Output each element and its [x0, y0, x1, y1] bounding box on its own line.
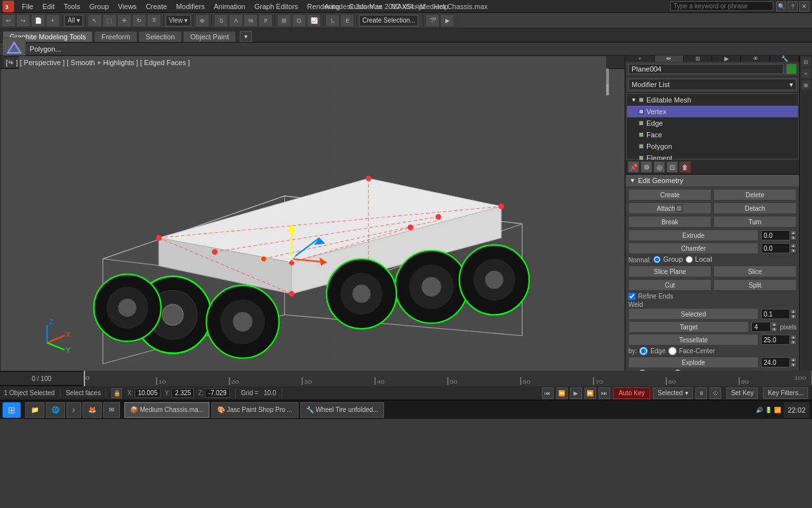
tab-object-paint[interactable]: Object Paint — [183, 31, 236, 42]
pivot-btn[interactable]: ⊕ — [195, 14, 209, 27]
slice-btn[interactable]: Slice — [713, 266, 797, 277]
stack-config-btn[interactable]: ⚙ — [641, 161, 652, 173]
scale-btn[interactable]: ⧖ — [147, 14, 161, 27]
curve-editor-btn[interactable]: 📈 — [307, 14, 321, 27]
tab-freeform[interactable]: Freeform — [94, 31, 137, 42]
selected-weld-up[interactable]: ▲ — [790, 309, 797, 314]
motion-tab[interactable]: ▶ — [712, 55, 741, 62]
lock-icon[interactable]: 🔒 — [111, 388, 122, 398]
chamfer-down[interactable]: ▼ — [790, 248, 797, 253]
selection-filter[interactable]: All ▾ — [64, 15, 83, 26]
hierarchy-tab[interactable]: ⊞ — [684, 55, 713, 62]
render-frame[interactable]: 🎬 — [425, 14, 440, 27]
autokey-btn[interactable]: Auto Key — [613, 387, 651, 399]
redo-btn[interactable]: ↪ — [16, 14, 30, 27]
tesse-face-radio[interactable] — [668, 347, 677, 355]
spinner-snap[interactable]: # — [258, 14, 273, 27]
stack-vertex[interactable]: Vertex — [627, 106, 798, 117]
split-btn[interactable]: Split — [713, 279, 797, 291]
align-btn[interactable]: ⊡ — [292, 14, 306, 27]
target-down[interactable]: ▼ — [771, 327, 777, 332]
mini-btn-2[interactable]: + — [801, 68, 811, 79]
tessellate-up[interactable]: ▲ — [790, 335, 797, 340]
menu-customize[interactable]: Customize — [345, 2, 386, 11]
taskbar-mail[interactable]: ✉ — [103, 402, 120, 418]
file-btn[interactable]: 📄 — [31, 14, 45, 27]
taskbar-paintshop[interactable]: 🎨 Jasc Paint Shop Pro ... — [211, 402, 298, 418]
menu-modifiers[interactable]: Modifiers — [172, 2, 209, 11]
chamfer-up[interactable]: ▲ — [790, 243, 797, 248]
stack-editable-mesh[interactable]: ▼ Editable Mesh — [627, 94, 798, 106]
menu-views[interactable]: Views — [114, 2, 140, 11]
go-end-btn[interactable]: ⏭ — [599, 387, 610, 399]
move-btn[interactable]: ✛ — [117, 14, 131, 27]
mini-btn-1[interactable]: ⊡ — [801, 57, 811, 67]
break-btn[interactable]: Break — [628, 216, 711, 228]
taskbar-3dsmax[interactable]: 📦 Medium Chassis.ma... — [124, 402, 209, 418]
explode-input[interactable] — [761, 357, 790, 367]
mirror-btn[interactable]: ⊞ — [277, 14, 291, 27]
menu-animation[interactable]: Animation — [210, 2, 249, 11]
taskbar-winamp[interactable]: ♪ — [66, 402, 81, 418]
ref-coord-dropdown[interactable]: View ▾ — [166, 15, 191, 26]
create-tab[interactable]: + — [626, 55, 655, 62]
go-start-btn[interactable]: ⏮ — [542, 387, 554, 399]
extrude-up[interactable]: ▲ — [790, 230, 797, 235]
menu-help[interactable]: Help — [430, 2, 452, 11]
taskbar-wheel[interactable]: 🔧 Wheel Tire unfolded... — [300, 402, 384, 418]
key-filters-btn[interactable]: Key Filters... — [763, 387, 808, 399]
selected-weld-btn[interactable]: Selected — [628, 308, 759, 320]
stack-polygon[interactable]: Polygon — [627, 141, 798, 152]
object-name-input[interactable] — [628, 64, 784, 74]
target-up[interactable]: ▲ — [771, 322, 777, 327]
percent-snap[interactable]: % — [244, 14, 258, 27]
extrude-input[interactable] — [761, 230, 790, 240]
menu-rendering[interactable]: Rendering — [304, 2, 344, 11]
target-weld-btn[interactable]: Target — [628, 321, 749, 333]
rotate-btn[interactable]: ↻ — [132, 14, 146, 27]
set-key-btn[interactable]: Set Key — [726, 387, 758, 399]
menu-graph-editors[interactable]: Graph Editors — [251, 2, 302, 11]
tab-selection[interactable]: Selection — [139, 31, 182, 42]
timeline-track[interactable]: 0 10 20 30 40 50 60 70 80 90 100 — [84, 371, 812, 386]
select-region-btn[interactable]: ⬚ — [102, 14, 117, 27]
target-weld-input[interactable] — [751, 322, 771, 332]
detach-btn[interactable]: Detach — [713, 202, 797, 214]
tesse-edge-radio[interactable] — [639, 347, 648, 355]
taskbar-folder[interactable]: 📁 — [25, 402, 44, 418]
menu-create[interactable]: Create — [142, 2, 171, 11]
stack-face[interactable]: Face — [627, 129, 798, 141]
selected-weld-down[interactable]: ▼ — [790, 314, 797, 319]
create-btn[interactable]: Create — [628, 189, 711, 200]
utilities-tab[interactable]: 🔧 — [770, 55, 799, 62]
taskbar-ie[interactable]: 🌐 — [46, 402, 65, 418]
tab-expand-btn[interactable]: ▾ — [240, 31, 252, 42]
stack-make-unique-btn[interactable]: ⊡ — [666, 161, 678, 173]
mini-btn-3[interactable]: ⊞ — [801, 80, 811, 90]
explode-btn[interactable]: Explode — [628, 357, 759, 368]
extrude-btn[interactable]: Extrude — [628, 230, 759, 241]
render-prod[interactable]: ▶ — [440, 14, 454, 27]
menu-group[interactable]: Group — [85, 2, 113, 11]
key-mode-btn[interactable]: ⏸ — [695, 387, 707, 399]
menu-edit[interactable]: Edit — [39, 2, 59, 11]
stack-pin-btn[interactable]: 📌 — [628, 161, 639, 173]
turn-btn[interactable]: Turn — [713, 216, 797, 228]
prev-frame-btn[interactable]: ⏪ — [556, 387, 568, 399]
angle-snap[interactable]: A — [229, 14, 243, 27]
scene-explorer[interactable]: E — [340, 14, 354, 27]
modify-tab active[interactable]: ✏ — [655, 55, 684, 62]
select-obj-btn[interactable]: ↖ — [88, 14, 102, 27]
normal-local-radio[interactable] — [686, 256, 693, 263]
normal-group-radio[interactable] — [653, 256, 661, 263]
named-selection-field[interactable]: Create Selection... — [359, 15, 418, 26]
next-frame-btn[interactable]: ⏩ — [585, 387, 596, 399]
viewport[interactable]: ☀ ◎ ⊞ 📷 🖥 [ + ] [ Perspective ] [ Smooth… — [0, 55, 625, 371]
chamfer-btn[interactable]: Chamfer — [628, 242, 759, 254]
stack-edge[interactable]: Edge — [627, 117, 798, 129]
chamfer-input[interactable] — [761, 243, 790, 253]
selected-weld-input[interactable] — [761, 309, 790, 319]
edit-geometry-header[interactable]: ▼ Edit Geometry — [626, 175, 799, 186]
search-icon[interactable]: 🔍 — [776, 1, 786, 12]
stack-show-result-btn[interactable]: ◎ — [653, 161, 665, 173]
